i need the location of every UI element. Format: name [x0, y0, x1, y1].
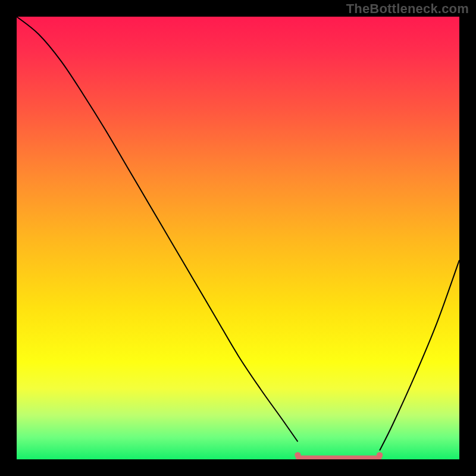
chart-svg — [17, 17, 459, 459]
chart-root: TheBottleneck.com — [0, 0, 476, 476]
plot-area — [17, 17, 459, 459]
flat-dot-right — [377, 452, 383, 458]
watermark-text: TheBottleneck.com — [346, 1, 469, 17]
curve-right — [380, 260, 459, 450]
curve-left — [17, 17, 298, 441]
flat-dot-left — [295, 452, 300, 458]
